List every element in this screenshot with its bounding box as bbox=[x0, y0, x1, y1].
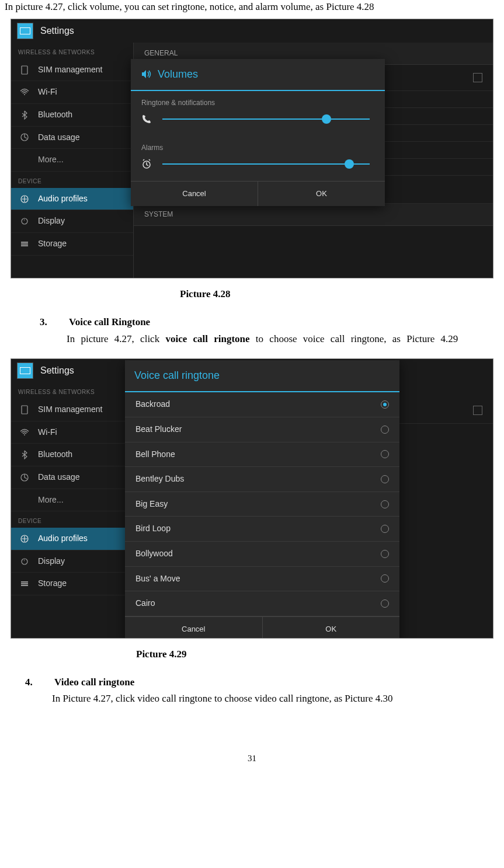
dialog-button-row: Cancel OK bbox=[125, 616, 399, 639]
settings-app-icon bbox=[17, 362, 33, 379]
alarms-slider[interactable] bbox=[162, 163, 370, 165]
radio-icon[interactable] bbox=[381, 550, 389, 558]
sidebar-item-bluetooth[interactable]: Bluetooth bbox=[11, 444, 133, 466]
section-number: 4. bbox=[25, 675, 52, 689]
sidebar-item-display[interactable]: Display bbox=[11, 210, 133, 233]
data-label: Data usage bbox=[38, 472, 80, 483]
ringtone-option[interactable]: Bentley Dubs bbox=[125, 467, 399, 492]
voice-ringtone-dialog: Voice call ringtone BackroadBeat Plucker… bbox=[125, 360, 399, 639]
page-number: 31 bbox=[5, 752, 499, 765]
volumes-dialog: Volumes Ringtone & notifications Alarms … bbox=[131, 59, 385, 206]
sidebar-item-more[interactable]: More... bbox=[11, 489, 133, 512]
bluetooth-label: Bluetooth bbox=[38, 449, 72, 461]
body-post: to choose voice call ringtone, as Pictur… bbox=[250, 333, 458, 344]
device-header: DEVICE bbox=[11, 172, 133, 188]
app-title: Settings bbox=[40, 364, 74, 377]
sidebar-item-wifi[interactable]: Wi-Fi bbox=[11, 421, 133, 444]
sidebar-item-display[interactable]: Display bbox=[11, 550, 133, 573]
ringtone-name: Bentley Dubs bbox=[135, 473, 184, 485]
ringtone-slider[interactable] bbox=[162, 118, 370, 120]
sidebar-item-sim[interactable]: SIM management bbox=[11, 59, 133, 82]
slider-thumb[interactable] bbox=[322, 114, 331, 124]
bluetooth-icon bbox=[19, 449, 30, 460]
sidebar-item-audio[interactable]: Audio profiles bbox=[11, 528, 133, 550]
caption-picture-429: Picture 4.29 bbox=[136, 647, 499, 661]
data-icon bbox=[19, 132, 30, 142]
radio-icon[interactable] bbox=[381, 525, 389, 533]
radio-icon[interactable] bbox=[381, 475, 389, 483]
wireless-header: WIRELESS & NETWORKS bbox=[11, 382, 133, 399]
ringtone-slider-label: Ringtone & notifications bbox=[141, 98, 374, 108]
sidebar-item-bluetooth[interactable]: Bluetooth bbox=[11, 104, 133, 127]
wireless-header: WIRELESS & NETWORKS bbox=[11, 43, 133, 59]
ringtone-list[interactable]: BackroadBeat PluckerBell PhoneBentley Du… bbox=[125, 392, 399, 616]
body-pre: In picture 4.27, click bbox=[67, 333, 165, 344]
phone-icon bbox=[141, 114, 158, 124]
checkbox-icon[interactable] bbox=[473, 406, 482, 415]
storage-icon bbox=[19, 239, 30, 249]
settings-app-icon bbox=[17, 23, 33, 39]
sidebar-item-more[interactable]: More... bbox=[11, 149, 133, 172]
svg-rect-5 bbox=[21, 242, 28, 243]
ringtone-name: Beat Plucker bbox=[135, 424, 182, 435]
sidebar-item-data[interactable]: Data usage bbox=[11, 466, 133, 489]
heading-video-call-ringtone: 4. Video call ringtone bbox=[25, 675, 499, 689]
ringtone-option[interactable]: Bus' a Move bbox=[125, 567, 399, 592]
sidebar-item-audio[interactable]: Audio profiles bbox=[11, 188, 133, 211]
svg-rect-7 bbox=[21, 245, 28, 246]
sidebar-item-storage[interactable]: Storage bbox=[11, 573, 133, 595]
ok-button[interactable]: OK bbox=[263, 617, 400, 639]
storage-icon bbox=[19, 578, 30, 589]
section-number: 3. bbox=[40, 315, 67, 329]
data-label: Data usage bbox=[38, 132, 80, 144]
screenshot-volumes: Settings WIRELESS & NETWORKS SIM managem… bbox=[11, 19, 493, 278]
alarms-slider-label: Alarms bbox=[141, 143, 374, 153]
ok-button[interactable]: OK bbox=[258, 182, 385, 206]
radio-icon[interactable] bbox=[381, 426, 389, 434]
volume-icon bbox=[140, 68, 152, 80]
radio-icon[interactable] bbox=[381, 450, 389, 458]
app-title: Settings bbox=[40, 25, 74, 37]
ringtone-option[interactable]: Bell Phone bbox=[125, 442, 399, 468]
alarms-slider-row bbox=[141, 159, 374, 169]
intro-paragraph: In picture 4.27, click volume, you can s… bbox=[5, 0, 499, 14]
cancel-button[interactable]: Cancel bbox=[131, 182, 258, 206]
ringtone-option[interactable]: Backroad bbox=[125, 392, 399, 417]
settings-sidebar: WIRELESS & NETWORKS SIM management Wi-Fi… bbox=[11, 43, 134, 278]
ringtone-name: Backroad bbox=[135, 399, 170, 410]
app-header: Settings bbox=[11, 19, 493, 43]
ringtone-option[interactable]: Big Easy bbox=[125, 492, 399, 517]
device-header: DEVICE bbox=[11, 511, 133, 528]
sim-label: SIM management bbox=[38, 64, 103, 76]
slider-thumb[interactable] bbox=[345, 159, 354, 169]
ringtone-option[interactable]: Cairo bbox=[125, 591, 399, 616]
radio-icon[interactable] bbox=[381, 500, 389, 508]
ringtone-name: Bell Phone bbox=[135, 449, 175, 461]
dialog-title-row: Volumes bbox=[131, 59, 385, 91]
section-title: Voice call Ringtone bbox=[69, 316, 150, 327]
ringtone-option[interactable]: Bollywood bbox=[125, 542, 399, 567]
dialog-title-row: Voice call ringtone bbox=[125, 360, 399, 392]
dialog-button-row: Cancel OK bbox=[131, 181, 385, 206]
bluetooth-icon bbox=[19, 110, 30, 120]
svg-rect-0 bbox=[22, 66, 27, 74]
storage-label: Storage bbox=[38, 578, 67, 590]
sim-icon bbox=[19, 65, 30, 75]
checkbox-icon[interactable] bbox=[473, 73, 482, 82]
sim-icon bbox=[19, 405, 30, 415]
sidebar-item-sim[interactable]: SIM management bbox=[11, 399, 133, 421]
body-bold: voice call ringtone bbox=[165, 333, 249, 344]
audio-label: Audio profiles bbox=[38, 193, 88, 205]
sidebar-item-data[interactable]: Data usage bbox=[11, 127, 133, 149]
radio-icon[interactable] bbox=[381, 574, 389, 583]
wifi-icon bbox=[19, 427, 30, 438]
cancel-button[interactable]: Cancel bbox=[125, 617, 263, 639]
sidebar-item-wifi[interactable]: Wi-Fi bbox=[11, 81, 133, 104]
ringtone-option[interactable]: Beat Plucker bbox=[125, 417, 399, 442]
radio-icon[interactable] bbox=[381, 599, 389, 608]
radio-icon[interactable] bbox=[381, 400, 389, 409]
sidebar-item-storage[interactable]: Storage bbox=[11, 233, 133, 256]
caption-picture-428: Picture 4.28 bbox=[180, 287, 499, 301]
ringtone-option[interactable]: Bird Loop bbox=[125, 517, 399, 542]
storage-label: Storage bbox=[38, 238, 67, 250]
